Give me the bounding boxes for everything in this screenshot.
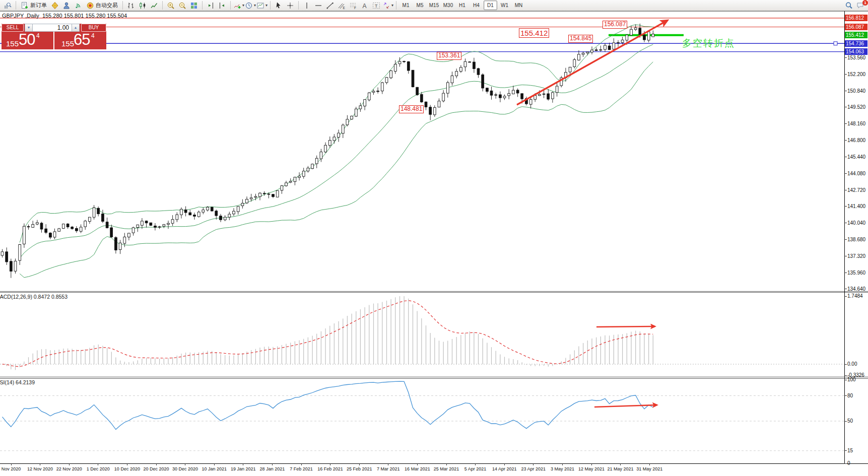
macd-arrow[interactable] bbox=[596, 326, 655, 327]
axis-tick-mark bbox=[844, 190, 847, 190]
bollinger-upper bbox=[20, 25, 653, 242]
trendline-icon[interactable] bbox=[324, 1, 336, 10]
axis-tick-mark bbox=[844, 273, 847, 273]
chat-icon[interactable]: 1 bbox=[855, 1, 866, 10]
price-badge: 156.812 bbox=[845, 15, 867, 21]
price-axis-tick: 148.160 bbox=[847, 121, 865, 126]
toolbar-separator bbox=[122, 1, 123, 10]
time-axis-label: 30 Dec 2020 bbox=[172, 466, 198, 471]
one-click-trading-panel: SELL ▼ ▲ BUY 155 50 4 155 65 4 bbox=[2, 24, 106, 49]
rsi-line bbox=[3, 381, 653, 430]
zoom-out-icon[interactable] bbox=[177, 1, 188, 10]
new-order-icon[interactable]: 新订单 bbox=[19, 1, 49, 10]
buy-price[interactable]: 155 65 4 bbox=[54, 32, 106, 49]
time-axis-label: Nov 2020 bbox=[2, 466, 21, 471]
time-axis-label: 22 Nov 2020 bbox=[56, 466, 82, 471]
text-icon[interactable]: A bbox=[359, 1, 370, 10]
svg-text:E: E bbox=[343, 6, 346, 10]
signal-icon[interactable] bbox=[73, 1, 84, 10]
candlestick-chart-icon[interactable] bbox=[137, 1, 148, 10]
chevron-down-icon[interactable]: ▾ bbox=[242, 3, 244, 8]
navigator-icon[interactable] bbox=[61, 1, 72, 10]
equidistant-channel-icon[interactable]: E bbox=[336, 1, 347, 10]
timeframe-button-h1[interactable]: H1 bbox=[455, 1, 469, 10]
chart-canvas[interactable] bbox=[0, 11, 868, 476]
market-watch-icon[interactable] bbox=[49, 1, 60, 10]
chart-shift-icon[interactable] bbox=[205, 1, 216, 10]
chart-title: GBPJPY ,Daily 155.280 155.801 155.280 15… bbox=[2, 13, 127, 19]
timeframe-button-m1[interactable]: M1 bbox=[399, 1, 413, 10]
time-axis-label: 7 Feb 2021 bbox=[290, 466, 313, 471]
timeframe-button-m5[interactable]: M5 bbox=[413, 1, 427, 10]
macd-indicator-label: MACD(12,26,9) 0.8472 0.8553 bbox=[0, 294, 68, 300]
price-axis-tick: 137.320 bbox=[847, 253, 865, 259]
chevron-down-icon[interactable]: ▾ bbox=[254, 3, 256, 8]
tile-windows-icon[interactable] bbox=[188, 1, 199, 10]
timeframe-button-m15[interactable]: M15 bbox=[427, 1, 441, 10]
search-icon[interactable] bbox=[843, 1, 854, 10]
time-axis-label: 5 Apr 2021 bbox=[464, 466, 487, 471]
axis-tick-mark bbox=[844, 57, 847, 58]
price-annotation[interactable]: 154.845 bbox=[568, 35, 593, 43]
timeframe-button-m30[interactable]: M30 bbox=[441, 1, 455, 10]
text-label-icon[interactable]: T bbox=[371, 1, 382, 10]
price-axis-tick: 152.200 bbox=[847, 72, 865, 77]
bar-chart-icon[interactable] bbox=[125, 1, 137, 10]
axis-tick-mark bbox=[844, 256, 847, 256]
price-axis-tick: 149.520 bbox=[847, 104, 865, 110]
metatrader-logo-icon[interactable] bbox=[2, 1, 13, 10]
level-handle[interactable] bbox=[834, 42, 837, 45]
indicators-icon[interactable]: ▾ bbox=[233, 1, 244, 10]
zoom-in-icon[interactable] bbox=[165, 1, 176, 10]
cursor-icon[interactable] bbox=[273, 1, 284, 10]
price-annotation[interactable]: 156.087 bbox=[603, 21, 627, 29]
macd-axis-tick: 1.7484 bbox=[847, 293, 863, 299]
time-axis-label: 12 May 2021 bbox=[578, 466, 605, 471]
chart-area[interactable]: GBPJPY ,Daily 155.280 155.801 155.280 15… bbox=[0, 11, 868, 476]
price-axis-tick: 150.840 bbox=[847, 88, 865, 94]
price-annotation[interactable]: 148.481 bbox=[399, 105, 424, 113]
axis-tick-mark bbox=[844, 223, 847, 223]
macd-axis-tick: 0.00 bbox=[847, 361, 857, 367]
axis-tick-mark bbox=[844, 206, 847, 207]
crosshair-icon[interactable] bbox=[285, 1, 296, 10]
line-chart-icon[interactable] bbox=[149, 1, 160, 10]
time-axis-label: 3 May 2021 bbox=[551, 466, 574, 471]
axis-tick-mark bbox=[844, 123, 847, 124]
timeframe-button-mn[interactable]: MN bbox=[512, 1, 525, 10]
sell-price[interactable]: 155 50 4 bbox=[2, 32, 53, 49]
horizontal-line-icon[interactable] bbox=[313, 1, 324, 10]
auto-scroll-icon[interactable] bbox=[217, 1, 228, 10]
axis-tick-mark bbox=[844, 364, 847, 365]
vertical-line-icon[interactable] bbox=[301, 1, 312, 10]
timeframe-button-d1[interactable]: D1 bbox=[484, 1, 497, 10]
rsi-axis-tick: 15 bbox=[847, 448, 853, 453]
price-axis-tick: 142.720 bbox=[847, 187, 865, 193]
annotation-note-text[interactable]: 多空转折点 bbox=[682, 37, 735, 50]
chevron-down-icon[interactable]: ▾ bbox=[391, 3, 393, 8]
timeframe-button-w1[interactable]: W1 bbox=[498, 1, 511, 10]
price-axis-tick: 146.800 bbox=[847, 138, 865, 143]
price-badge: 154.736 bbox=[845, 40, 867, 47]
new-order-label: 新订单 bbox=[30, 2, 47, 9]
time-axis-label: 14 Apr 2021 bbox=[492, 466, 517, 471]
price-annotation[interactable]: 153.361 bbox=[437, 52, 461, 60]
axis-tick-mark bbox=[844, 296, 847, 297]
axis-tick-mark bbox=[844, 450, 847, 451]
arrows-icon[interactable]: ▾ bbox=[382, 1, 393, 10]
autotrading-icon[interactable]: 自动交易 bbox=[84, 1, 120, 10]
time-axis-label: 12 Nov 2020 bbox=[27, 466, 53, 471]
price-annotation[interactable]: 155.412 bbox=[519, 28, 549, 38]
rsi-axis-tick: 50 bbox=[847, 418, 853, 424]
chevron-down-icon[interactable]: ▾ bbox=[265, 3, 268, 8]
timeframe-button-h4[interactable]: H4 bbox=[470, 1, 483, 10]
svg-text:T: T bbox=[375, 3, 378, 8]
periods-icon[interactable]: ▾ bbox=[245, 1, 256, 10]
time-axis-label: 16 Mar 2021 bbox=[405, 466, 430, 471]
axis-tick-mark bbox=[844, 173, 847, 174]
templates-icon[interactable]: ▾ bbox=[256, 1, 268, 10]
volume-input[interactable] bbox=[33, 24, 72, 32]
price-badge: 155.412 bbox=[845, 32, 867, 38]
fibonacci-icon[interactable]: F bbox=[348, 1, 359, 10]
price-axis-tick: 134.640 bbox=[847, 286, 865, 292]
